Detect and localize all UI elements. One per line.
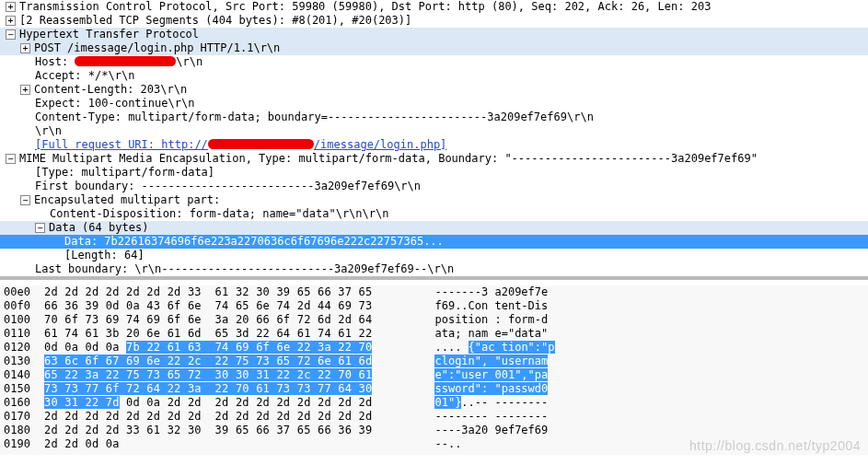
hex-ascii: --.. [434,437,461,451]
hex-offset: 0160 [4,396,44,410]
data64-text: Data (64 bytes) [49,221,148,234]
hex-row[interactable]: 01802d 2d 2d 2d 33 61 32 30 39 65 66 37 … [0,424,868,437]
hex-ascii: -------3 a209ef7e [434,285,548,299]
firstboundary-row[interactable]: First boundary: ------------------------… [0,180,868,193]
expand-icon[interactable]: + [20,85,30,95]
firstboundary-text: First boundary: ------------------------… [35,180,421,192]
hex-row[interactable]: 01200d 0a 0d 0a 7b 22 61 63 74 69 6f 6e … [0,341,868,355]
data-len-row[interactable]: [Length: 64] [0,249,868,262]
hex-offset: 0120 [4,341,44,355]
fulluri-b: /imessage/login.php] [314,138,447,151]
http-row[interactable]: −Hypertext Transfer Protocol [0,28,868,41]
reassembled-text: [2 Reassembled TCP Segments (404 bytes):… [19,14,411,27]
hex-ascii-selected: 01"} [434,396,461,409]
http-post-text: POST /imessage/login.php HTTP/1.1\r\n [34,41,280,54]
reassembled-row[interactable]: +[2 Reassembled TCP Segments (404 bytes)… [0,14,868,28]
hex-offset: 0150 [4,382,44,396]
hex-row[interactable]: 011061 74 61 3b 20 6e 61 6d 65 3d 22 64 … [0,327,868,341]
fulluri-a: [Full request URI: http:// [35,138,208,151]
hex-bytes-selected: 7b 22 61 63 74 69 6f 6e 22 3a 22 70 [126,341,372,354]
mime-text: MIME Multipart Media Encapsulation, Type… [19,152,758,165]
hex-bytes: 66 36 39 0d 0a 43 6f 6e 74 65 6e 74 2d 4… [44,299,422,313]
hex-offset: 0180 [4,424,44,437]
hex-ascii-selected: clogin", "usernam [434,355,548,367]
hex-row[interactable]: 010070 6f 73 69 74 69 6f 6e 3a 20 66 6f … [0,313,868,327]
crlf-text: \r\n [35,124,62,137]
hex-offset: 0140 [4,368,44,382]
hex-bytes: 2d 2d 2d 2d 2d 2d 2d 2d 2d 2d 2d 2d 2d 2… [44,410,422,424]
http-clen-row[interactable]: +Content-Length: 203\r\n [0,83,868,97]
http-crlf-row[interactable]: \r\n [0,124,868,138]
hex-bytes-selected: 73 73 77 6f 72 64 22 3a 22 70 61 73 73 7… [44,382,372,395]
hex-offset: 0110 [4,327,44,341]
http-post-row[interactable]: +POST /imessage/login.php HTTP/1.1\r\n [0,41,868,55]
hex-ascii: -------- -------- [434,410,548,424]
collapse-icon[interactable]: − [6,154,16,164]
lastboundary-row[interactable]: Last boundary: \r\n---------------------… [0,262,868,276]
collapse-icon[interactable]: − [35,223,45,233]
hex-bytes-selected: 63 6c 6f 67 69 6e 22 2c 22 75 73 65 72 6… [44,355,372,367]
hex-offset: 0100 [4,313,44,327]
lastboundary-text: Last boundary: \r\n---------------------… [35,262,454,275]
hex-offset: 0190 [4,437,44,451]
clen-text: Content-Length: 203\r\n [34,83,187,96]
hex-row[interactable]: 00e02d 2d 2d 2d 2d 2d 2d 33 61 32 30 39 … [0,285,868,299]
http-text: Hypertext Transfer Protocol [19,28,199,41]
redacted-uri-host [208,139,314,149]
hex-ascii-selected: ssword": "passwd0 [434,382,548,395]
mimetype-text: [Type: multipart/form-data] [35,166,214,179]
hex-row[interactable]: 014065 22 3a 22 75 73 65 72 30 30 31 22 … [0,368,868,382]
collapse-icon[interactable]: − [20,195,30,205]
hex-offset: 00e0 [4,285,44,299]
hex-ascii: position : form-d [434,313,548,327]
expand-icon[interactable]: + [20,43,30,53]
hex-bytes: 61 74 61 3b 20 6e 61 6d 65 3d 22 64 61 7… [44,327,422,341]
http-expect-row[interactable]: Expect: 100-continue\r\n [0,97,868,110]
hex-offset: 0170 [4,410,44,424]
hex-row[interactable]: 016030 31 22 7d 0d 0a 2d 2d 2d 2d 2d 2d … [0,396,868,410]
hex-ascii-selected: {"ac tion":"p [469,341,555,354]
hex-bytes-selected: 65 22 3a 22 75 73 65 72 30 30 31 22 2c 2… [44,368,372,381]
hex-ascii: f69..Con tent-Dis [434,299,548,313]
data64-row[interactable]: −Data (64 bytes) [0,221,868,235]
hex-bytes: 0d 0a 0d 0a [44,341,126,354]
hex-bytes-selected: 30 31 22 7d [44,396,120,409]
host-crlf: \r\n [176,55,203,68]
redacted-host [75,56,176,66]
mimetype-row[interactable]: [Type: multipart/form-data] [0,166,868,180]
watermark: http://blog.csdn.net/typ2004 [689,439,861,453]
encap-text: Encapsulated multipart part: [34,193,220,206]
hex-row[interactable]: 01702d 2d 2d 2d 2d 2d 2d 2d 2d 2d 2d 2d … [0,410,868,424]
hex-bytes: 2d 2d 2d 2d 2d 2d 2d 33 61 32 30 39 65 6… [44,285,422,299]
ctype-text: Content-Type: multipart/form-data; bound… [35,110,594,123]
encap-row[interactable]: −Encapsulated multipart part: [0,193,868,207]
data-hex-row[interactable]: Data: 7b22616374696f6e223a2270636c6f6769… [0,235,868,249]
hex-ascii: ata; nam e="data" [434,327,548,341]
hex-bytes: 70 6f 73 69 74 69 6f 6e 3a 20 66 6f 72 6… [44,313,422,327]
expand-icon[interactable]: + [6,2,16,12]
mime-row[interactable]: −MIME Multipart Media Encapsulation, Typ… [0,152,868,166]
hex-bytes: 2d 2d 2d 2d 33 61 32 30 39 65 66 37 65 6… [44,424,422,437]
http-fulluri-row[interactable]: [Full request URI: http:///imessage/logi… [0,138,868,152]
http-host-row[interactable]: Host: \r\n [0,55,868,69]
hex-ascii: ----3a20 9ef7ef69 [434,424,548,437]
http-ctype-row[interactable]: Content-Type: multipart/form-data; bound… [0,110,868,124]
hex-offset: 0130 [4,355,44,368]
datalen-text: [Length: 64] [64,249,145,262]
hex-row[interactable]: 015073 73 77 6f 72 64 22 3a 22 70 61 73 … [0,382,868,396]
hex-bytes: 2d 2d 0d 0a [44,437,422,451]
hex-offset: 00f0 [4,299,44,313]
host-label: Host: [35,55,75,68]
http-accept-row[interactable]: Accept: */*\r\n [0,69,868,83]
collapse-icon[interactable]: − [6,29,16,40]
cdisp-row[interactable]: Content-Disposition: form-data; name="da… [0,207,868,221]
tcp-header-text: Transmission Control Protocol, Src Port:… [19,0,711,13]
expand-icon[interactable]: + [6,16,16,26]
cdisp-text: Content-Disposition: form-data; name="da… [50,207,388,220]
tcp-header-row[interactable]: +Transmission Control Protocol, Src Port… [0,0,868,14]
hex-row[interactable]: 00f066 36 39 0d 0a 43 6f 6e 74 65 6e 74 … [0,299,868,313]
hex-dump-pane: 00e02d 2d 2d 2d 2d 2d 2d 33 61 32 30 39 … [0,285,868,455]
expect-text: Expect: 100-continue\r\n [35,97,194,110]
hex-row[interactable]: 013063 6c 6f 67 69 6e 22 2c 22 75 73 65 … [0,355,868,368]
datahex-text: Data: 7b22616374696f6e223a2270636c6f6769… [64,235,444,248]
